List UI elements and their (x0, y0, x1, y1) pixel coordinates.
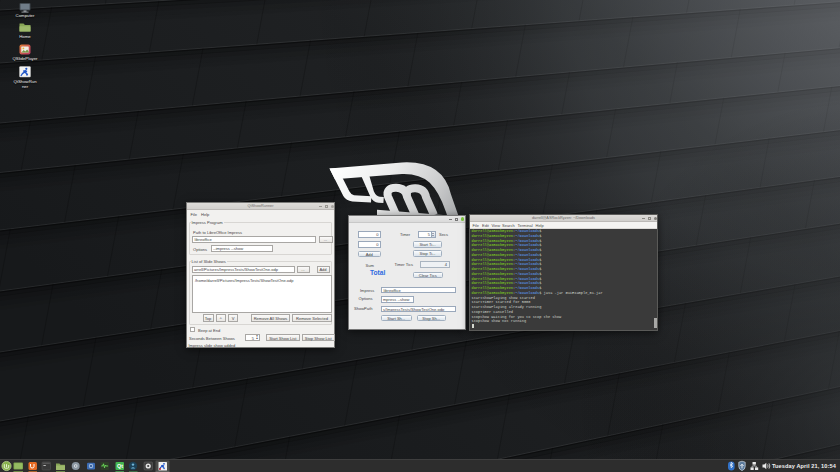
svg-text:Qt: Qt (117, 463, 123, 469)
